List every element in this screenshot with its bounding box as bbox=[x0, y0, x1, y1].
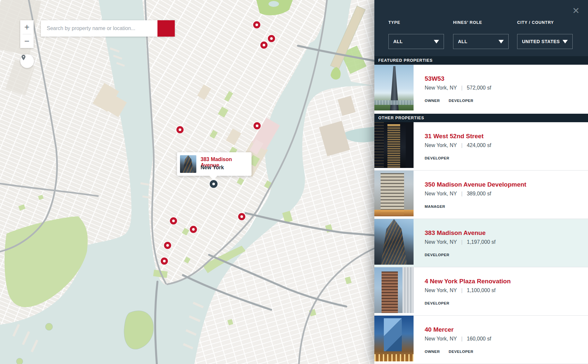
subtitle-divider: | bbox=[461, 85, 463, 91]
filter-type-dropdown[interactable]: ALL bbox=[388, 34, 444, 49]
property-subtitle: New York, NY|424,000 sf bbox=[425, 142, 491, 148]
property-subtitle: New York, NY|572,000 sf bbox=[425, 85, 491, 91]
property-name[interactable]: 53W53 bbox=[425, 75, 444, 82]
filter-country-label: CITY / COUNTRY bbox=[517, 20, 582, 25]
filter-role-value: ALL bbox=[458, 39, 498, 44]
map-pin[interactable] bbox=[238, 213, 245, 220]
search-input[interactable] bbox=[41, 20, 157, 37]
property-photo bbox=[374, 219, 414, 265]
property-role-tag: DEVELOPER bbox=[449, 99, 473, 103]
property-row-4-new-york-plaza[interactable]: 4 New York Plaza Renovation New York, NY… bbox=[374, 267, 588, 316]
property-location: New York, NY bbox=[425, 239, 457, 245]
search-button[interactable] bbox=[157, 20, 175, 37]
featured-properties-header: FEATURED PROPERTIES bbox=[374, 56, 588, 65]
zoom-in-button[interactable]: + bbox=[20, 20, 34, 34]
property-location: New York, NY bbox=[425, 142, 457, 148]
property-size: 160,000 sf bbox=[467, 336, 491, 341]
property-name[interactable]: 31 West 52nd Street bbox=[425, 133, 483, 140]
map-pin[interactable] bbox=[268, 35, 275, 42]
subtitle-divider: | bbox=[461, 142, 463, 148]
map-pin[interactable] bbox=[260, 41, 268, 49]
filter-role-dropdown[interactable]: ALL bbox=[453, 34, 509, 49]
property-role-tag: MANAGER bbox=[425, 205, 445, 208]
map-pin[interactable] bbox=[161, 257, 168, 265]
chevron-down-icon bbox=[498, 40, 504, 43]
property-name[interactable]: 40 Mercer bbox=[425, 326, 454, 333]
property-name[interactable]: 350 Madison Avenue Development bbox=[425, 181, 526, 188]
property-size: 424,000 sf bbox=[467, 142, 491, 148]
map-pin[interactable] bbox=[170, 217, 177, 224]
map-basemap bbox=[0, 0, 374, 364]
map-pin-selected[interactable] bbox=[210, 180, 218, 188]
map-pin[interactable] bbox=[176, 126, 184, 133]
filter-country-value: UNITED STATES bbox=[522, 39, 563, 44]
map-pin[interactable] bbox=[164, 242, 171, 249]
property-photo bbox=[374, 267, 414, 313]
close-icon[interactable]: ✕ bbox=[571, 6, 581, 16]
property-size: 1,100,000 sf bbox=[467, 288, 496, 293]
map-tooltip-383-madison[interactable]: 383 Madison Avenue New York bbox=[177, 152, 252, 176]
map-zoom-control: + − bbox=[20, 20, 34, 48]
property-role-tag: DEVELOPER bbox=[425, 301, 449, 305]
property-row-40-mercer[interactable]: 40 Mercer New York, NY|160,000 sf OWNERD… bbox=[374, 316, 588, 364]
subtitle-divider: | bbox=[461, 288, 463, 293]
filter-role-label: HINES’ ROLE bbox=[453, 20, 518, 25]
property-photo bbox=[374, 171, 414, 216]
property-roles: MANAGER bbox=[425, 203, 454, 209]
locate-button[interactable] bbox=[20, 54, 34, 68]
property-size: 1,197,000 sf bbox=[467, 239, 496, 245]
property-name[interactable]: 383 Madison Avenue bbox=[425, 229, 486, 237]
zoom-out-button[interactable]: − bbox=[20, 34, 34, 48]
property-role-tag: OWNER bbox=[425, 99, 440, 103]
property-row-53w53[interactable]: 53W53 New York, NY|572,000 sf OWNERDEVEL… bbox=[374, 65, 588, 114]
property-roles: DEVELOPER bbox=[425, 252, 458, 257]
filter-country-dropdown[interactable]: UNITED STATES bbox=[517, 34, 573, 49]
filter-bar: ✕ TYPE ALL HINES’ ROLE ALL CITY / COUNTR… bbox=[374, 0, 588, 56]
property-roles: OWNERDEVELOPER bbox=[425, 97, 482, 103]
subtitle-divider: | bbox=[461, 239, 463, 245]
location-pin-icon bbox=[20, 54, 27, 61]
property-subtitle: New York, NY|160,000 sf bbox=[425, 336, 491, 342]
property-role-tag: DEVELOPER bbox=[425, 253, 449, 257]
search-icon bbox=[41, 20, 48, 27]
property-roles: OWNERDEVELOPER bbox=[425, 348, 482, 354]
filter-type-label: TYPE bbox=[388, 20, 454, 25]
property-subtitle: New York, NY|389,000 sf bbox=[425, 191, 491, 197]
map-search-bar bbox=[41, 20, 175, 37]
property-roles: DEVELOPER bbox=[425, 155, 458, 161]
property-location: New York, NY bbox=[425, 191, 457, 196]
property-roles: DEVELOPER bbox=[425, 300, 458, 306]
tooltip-property-photo bbox=[180, 155, 196, 173]
tooltip-subtitle: New York bbox=[201, 165, 224, 171]
map-canvas[interactable]: 383 Madison Avenue New York + − bbox=[0, 0, 374, 364]
properties-panel: ✕ TYPE ALL HINES’ ROLE ALL CITY / COUNTR… bbox=[374, 0, 588, 364]
subtitle-divider: | bbox=[461, 191, 463, 196]
property-name[interactable]: 4 New York Plaza Renovation bbox=[425, 278, 511, 285]
chevron-down-icon bbox=[434, 40, 439, 43]
app: 383 Madison Avenue New York + − bbox=[0, 0, 588, 364]
property-photo bbox=[374, 316, 414, 361]
property-size: 389,000 sf bbox=[467, 191, 491, 196]
map-pin[interactable] bbox=[253, 122, 261, 129]
property-location: New York, NY bbox=[425, 288, 457, 293]
property-subtitle: New York, NY|1,100,000 sf bbox=[425, 288, 496, 293]
property-subtitle: New York, NY|1,197,000 sf bbox=[425, 239, 496, 245]
property-role-tag: OWNER bbox=[425, 350, 440, 354]
property-photo bbox=[374, 122, 414, 168]
property-role-tag: DEVELOPER bbox=[425, 156, 449, 160]
property-row-31-west-52nd[interactable]: 31 West 52nd Street New York, NY|424,000… bbox=[374, 122, 588, 171]
map-pin[interactable] bbox=[253, 21, 260, 28]
property-photo bbox=[374, 65, 414, 110]
property-row-350-madison[interactable]: 350 Madison Avenue Development New York,… bbox=[374, 171, 588, 219]
subtitle-divider: | bbox=[461, 336, 463, 341]
property-location: New York, NY bbox=[425, 336, 457, 341]
property-role-tag: DEVELOPER bbox=[449, 350, 473, 354]
other-properties-header: OTHER PROPERTIES bbox=[374, 114, 588, 122]
property-location: New York, NY bbox=[425, 85, 457, 91]
property-size: 572,000 sf bbox=[467, 85, 491, 91]
chevron-down-icon bbox=[563, 40, 568, 43]
property-row-383-madison[interactable]: 383 Madison Avenue New York, NY|1,197,00… bbox=[374, 219, 588, 267]
map-pin[interactable] bbox=[190, 226, 197, 233]
filter-type-value: ALL bbox=[393, 39, 434, 44]
